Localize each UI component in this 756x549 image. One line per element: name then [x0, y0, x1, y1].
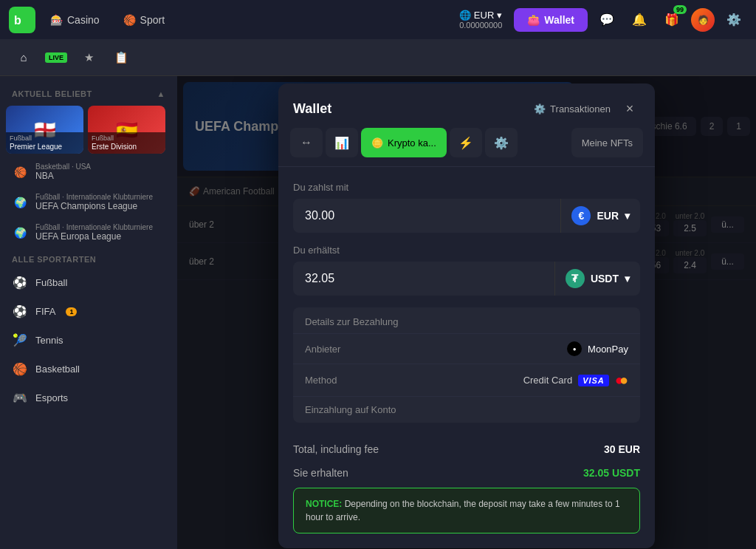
content-area: UEFA Champions League 1 2 🎯 33.0 Unentsc… [177, 76, 756, 549]
game-type-2: Fußball [92, 134, 162, 143]
sidebar-item-basketball[interactable]: 🏀 Basketball [0, 355, 177, 383]
provider-row: Anbieter ● MoonPay [293, 333, 640, 364]
chat-button[interactable]: 💬 [594, 7, 620, 33]
basketball-icon: 🏀 [12, 362, 28, 376]
esports-icon: 🎮 [12, 391, 28, 405]
receive-amount-input[interactable] [293, 262, 554, 296]
eur-currency-label: EUR [597, 210, 619, 222]
nfts-label: Meine NFTs [582, 137, 633, 149]
casino-nav-button[interactable]: 🎰 Casino [41, 10, 109, 30]
eur-currency-selector[interactable]: € EUR ▾ [560, 199, 640, 233]
game-card-division[interactable]: 🇪🇸 Fußball Erste Division [88, 106, 165, 154]
betslip-icon: 📋 [114, 51, 128, 64]
sidebar-item-esports[interactable]: 🎮 Esports [0, 383, 177, 412]
tennis-icon: 🎾 [12, 333, 28, 347]
payment-details-header: Details zur Bezahlung [293, 307, 640, 333]
home-icon: ⌂ [20, 51, 27, 64]
casino-icon: 🎰 [50, 14, 63, 26]
modal-close-button[interactable]: × [619, 98, 640, 119]
logo: b [9, 7, 35, 33]
nba-flag: 🏀 [12, 166, 28, 178]
notice-prefix: NOTICE: [306, 499, 342, 509]
mc-right: ● [619, 372, 628, 389]
league-ucl[interactable]: 🌍 Fußball · Internationale Klubturniere … [0, 187, 177, 217]
transactions-icon: ⚙️ [534, 103, 546, 115]
svg-text:b: b [14, 14, 21, 27]
pay-amount-input[interactable] [293, 199, 560, 233]
sidebar-item-football[interactable]: ⚽ Fußball [0, 268, 177, 297]
uel-flag: 🌍 [12, 227, 28, 239]
league-nba[interactable]: 🏀 Basketball · USA NBA [0, 157, 177, 187]
ucl-info: Fußball · Internationale Klubturniere UE… [35, 193, 153, 211]
trending-label: AKTUELL BELIEBT [12, 89, 92, 98]
receive-summary-value: 32.05 USDT [583, 467, 640, 479]
gift-button[interactable]: 🎁 99 [659, 7, 685, 33]
game-card-label-1: Fußball Premier League [6, 132, 83, 154]
wallet-modal: Wallet ⚙️ Transaktionen × ↔️ [177, 76, 756, 549]
bell-button[interactable]: 🔔 [626, 7, 653, 33]
gear-icon: ⚙️ [726, 13, 741, 27]
method-label: Method [305, 375, 337, 386]
football-label: Fußball [35, 277, 67, 288]
tab-lightning[interactable]: ⚡ [450, 128, 482, 157]
tab-nfts[interactable]: Meine NFTs [571, 128, 643, 157]
chevron-up-icon: ▲ [157, 89, 165, 98]
payment-details-section: Details zur Bezahlung Anbieter ● MoonPay… [293, 307, 640, 423]
method-row: Method Credit Card VISA ● ● [293, 364, 640, 396]
krypto-icon: 🪙 [371, 137, 383, 149]
tab-krypto[interactable]: 🪙 Krypto ka... [361, 128, 447, 157]
ucl-flag: 🌍 [12, 197, 28, 208]
mastercard-badge: ● ● [615, 372, 628, 389]
live-badge: LIVE [45, 52, 67, 63]
wallet-label: Wallet [544, 14, 574, 26]
fifa-label: FIFA [35, 306, 55, 317]
game-sublabel-2: Erste Division [92, 143, 162, 151]
home-button[interactable]: ⌂ [12, 46, 35, 69]
basketball-label: Basketball [35, 364, 80, 375]
game-sublabel-1: Premier League [10, 143, 80, 151]
modal-tabs: ↔️ 📊 🪙 Krypto ka... ⚡ ⚙️ [278, 128, 655, 167]
betslip-button[interactable]: 📋 [109, 46, 133, 69]
fifa-icon: ⚽ [12, 304, 28, 318]
credit-card-text: Credit Card [523, 375, 572, 386]
tab-settings[interactable]: ⚙️ [485, 128, 518, 157]
esports-label: Esports [35, 392, 68, 403]
tab-chart[interactable]: 📊 [326, 128, 358, 157]
eur-chevron-icon: ▾ [497, 10, 502, 21]
sidebar: AKTUELL BELIEBT ▲ 🏴󠁧󠁢󠁥󠁮󠁧󠁿 Fußball Premie… [0, 76, 177, 549]
krypto-label: Krypto ka... [388, 137, 436, 149]
game-card-label-2: Fußball Erste Division [88, 132, 165, 154]
settings-button[interactable]: ⚙️ [721, 7, 747, 33]
chart-icon: 📊 [334, 136, 349, 150]
modal-body: Du zahlst mit € EUR ▾ Du erhältst [278, 167, 655, 548]
sidebar-item-tennis[interactable]: 🎾 Tennis [0, 326, 177, 355]
exchange-icon: ↔️ [300, 136, 312, 149]
account-row: Einzahlung auf Konto [293, 396, 640, 423]
game-card-premier[interactable]: 🏴󠁧󠁢󠁥󠁮󠁧󠁿 Fußball Premier League [6, 106, 83, 154]
notification-badge: 99 [673, 5, 687, 14]
second-nav: ⌂ LIVE ★ 📋 [0, 39, 756, 76]
total-label: Total, including fee [293, 443, 379, 455]
transactions-link[interactable]: ⚙️ Transaktionen [534, 103, 611, 115]
settings-tab-icon: ⚙️ [494, 136, 509, 150]
sport-nav-button[interactable]: 🏀 Sport [114, 10, 173, 30]
tab-exchange[interactable]: ↔️ [290, 128, 323, 157]
notice-text: Depending on the blockchain, the deposit… [306, 499, 620, 522]
bell-icon: 🔔 [632, 13, 647, 27]
tennis-label: Tennis [35, 335, 63, 346]
avatar[interactable]: 🧑 [691, 8, 715, 32]
live-button[interactable]: LIVE [44, 46, 68, 69]
moonpay-text: MoonPay [588, 344, 628, 355]
eur-text: EUR [474, 10, 494, 21]
usdt-currency-selector[interactable]: ₮ USDT ▾ [554, 262, 640, 296]
league-uel[interactable]: 🌍 Fußball · Internationale Klubturniere … [0, 217, 177, 248]
trending-header: AKTUELL BELIEBT ▲ [0, 82, 177, 103]
wallet-button[interactable]: 👛 Wallet [514, 8, 588, 32]
total-value: 30 EUR [604, 443, 640, 455]
sport-label: Sport [140, 14, 165, 26]
sidebar-item-fifa[interactable]: ⚽ FIFA 1 [0, 297, 177, 326]
featured-games: 🏴󠁧󠁢󠁥󠁮󠁧󠁿 Fußball Premier League 🇪🇸 Fußbal… [0, 103, 177, 157]
receive-summary-row: Sie erhalten 32.05 USDT [293, 461, 640, 488]
favorites-button[interactable]: ★ [77, 46, 100, 69]
sport-icon: 🏀 [123, 14, 136, 26]
